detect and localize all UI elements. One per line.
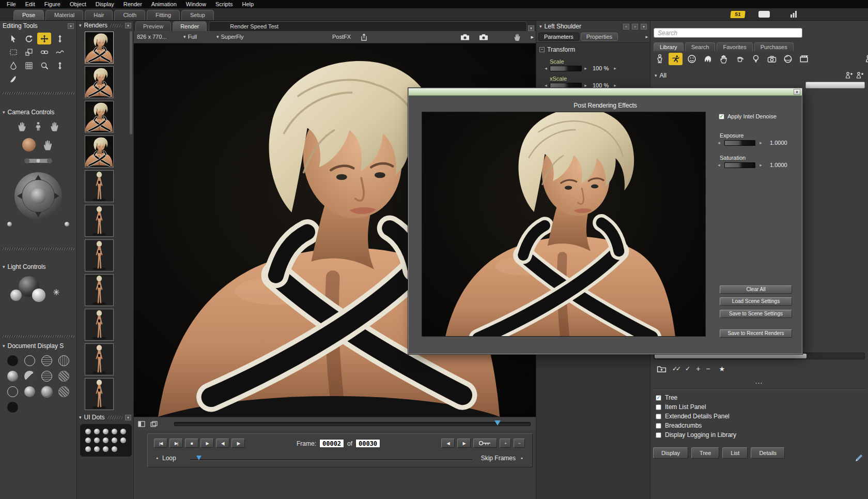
collapse-arrow-icon[interactable]: ▾ <box>3 110 5 115</box>
dial-options-icon[interactable]: ▸ <box>613 66 617 71</box>
ui-dot[interactable] <box>85 437 91 443</box>
step-forward-button[interactable]: |▶ <box>231 438 245 448</box>
chain-break-tool[interactable] <box>37 46 51 58</box>
stop-button[interactable]: ■ <box>185 438 198 448</box>
pointer-tool[interactable] <box>6 33 20 44</box>
render-thumbnail[interactable] <box>85 205 114 237</box>
show-figures-filter-icon[interactable] <box>845 71 853 80</box>
notification-badge[interactable]: 51 <box>730 11 745 18</box>
menu-help[interactable]: Help <box>238 0 259 8</box>
close-icon[interactable]: x <box>794 89 800 95</box>
checkbox[interactable] <box>656 414 661 419</box>
room-tab-cloth[interactable]: Cloth <box>114 10 145 20</box>
menu-display[interactable]: Display <box>91 0 119 8</box>
collapse-viewport[interactable]: ▾ <box>528 25 534 31</box>
option-tree[interactable]: ✓ Tree <box>656 393 865 402</box>
collapse-arrow-icon[interactable]: ▾ <box>655 73 657 78</box>
display-style-hidden-line[interactable] <box>41 355 52 366</box>
dial-options-icon[interactable]: ▸ <box>613 83 617 88</box>
render-camera-icon[interactable] <box>460 34 470 40</box>
apply-all-icon[interactable]: ✓✓ <box>672 365 679 372</box>
materials-category-icon[interactable] <box>781 53 795 65</box>
ui-dot[interactable] <box>103 429 109 434</box>
remove-item-icon[interactable]: − <box>706 365 710 373</box>
dial-slider[interactable] <box>550 66 582 71</box>
cascade-layout-icon[interactable] <box>150 421 158 427</box>
edit-pencil-icon[interactable] <box>855 453 864 462</box>
save-to-recent-renders-button[interactable]: Save to Recent Renders <box>720 329 792 338</box>
option-breadcrumbs[interactable]: Breadcrumbs <box>656 421 865 430</box>
dial-decrement[interactable]: ◂ <box>544 66 548 71</box>
go-to-start-button[interactable]: |◀ <box>154 438 167 448</box>
collapse-editing-tools[interactable]: ▾ <box>68 23 74 29</box>
room-tab-hair[interactable]: Hair <box>85 10 113 20</box>
exposure-decrement[interactable]: ◂ <box>717 140 721 145</box>
scale-tool[interactable] <box>22 46 36 58</box>
dial-slider[interactable] <box>550 83 582 88</box>
light-sphere-small-2[interactable] <box>32 289 45 302</box>
option-item-list-panel[interactable]: Item List Panel <box>656 402 865 412</box>
saturation-decrement[interactable]: ◂ <box>717 162 721 168</box>
library-item-partial[interactable] <box>805 82 865 88</box>
hand-camera-icon[interactable] <box>42 139 54 151</box>
checkbox[interactable]: ✓ <box>656 395 661 401</box>
collapse-arrow-icon[interactable]: ▾ <box>79 415 82 420</box>
render-thumbnail[interactable] <box>85 309 114 341</box>
pane-layout-icon[interactable] <box>138 421 145 427</box>
render-size-dropdown[interactable]: ▾Full <box>183 34 197 40</box>
ui-dots-menu-box[interactable]: ▾ <box>125 415 131 420</box>
display-style-shadow[interactable] <box>7 402 18 413</box>
render-thumbnail[interactable] <box>85 343 114 375</box>
postfx-export-icon[interactable] <box>360 33 368 41</box>
next-key-button[interactable]: ▶ <box>457 438 471 448</box>
display-style-smooth-shaded[interactable] <box>7 386 18 397</box>
add-item-icon[interactable]: + <box>696 365 700 373</box>
favorite-star-icon[interactable]: ★ <box>719 365 725 373</box>
tab-purchases[interactable]: Purchases <box>754 42 794 51</box>
current-frame-input[interactable] <box>319 439 344 448</box>
hands-category-icon[interactable] <box>717 53 731 65</box>
display-style-flat-lined[interactable] <box>41 371 52 382</box>
exposure-slider[interactable] <box>724 140 755 146</box>
room-tab-material[interactable]: Material <box>45 10 83 20</box>
camera-trackball[interactable] <box>14 172 62 220</box>
grouping-tool[interactable] <box>22 59 36 71</box>
figure-camera-icon[interactable] <box>34 122 43 131</box>
display-style-outline[interactable] <box>24 355 35 366</box>
menu-edit[interactable]: Edit <box>21 0 40 8</box>
add-keyframe-button[interactable]: + <box>500 438 511 448</box>
menu-animation[interactable]: Animation <box>147 0 181 8</box>
show-props-filter-icon[interactable] <box>856 71 864 80</box>
save-to-scene-settings-button[interactable]: Save to Scene Settings <box>720 310 792 318</box>
hair-category-icon[interactable] <box>701 53 715 65</box>
library-drawer-handle[interactable]: ... <box>650 379 868 385</box>
library-search-input[interactable] <box>654 28 802 38</box>
color-tool[interactable] <box>6 73 20 85</box>
renders-scrollbar[interactable] <box>130 31 132 134</box>
next-actor-button[interactable]: > <box>632 24 638 29</box>
go-to-end-button[interactable]: ▶| <box>169 438 183 448</box>
render-thumbnail[interactable] <box>85 101 114 133</box>
body-camera-bar-icon[interactable] <box>23 157 54 165</box>
checkbox[interactable] <box>656 432 661 438</box>
list-button[interactable]: List <box>722 447 748 459</box>
renders-menu-box[interactable]: ▾ <box>125 23 131 28</box>
display-style-smooth-lined[interactable] <box>24 386 35 397</box>
render-thumbnail[interactable] <box>85 66 114 98</box>
props-category-icon[interactable] <box>733 53 747 65</box>
light-sphere-small-1[interactable] <box>10 290 22 301</box>
add-folder-icon[interactable] <box>657 365 667 373</box>
display-button[interactable]: Display <box>653 447 688 459</box>
orbit-dot-left[interactable] <box>7 222 12 226</box>
chat-icon[interactable] <box>758 11 770 18</box>
display-style-texture-shaded[interactable] <box>41 386 52 397</box>
left-hand-camera-icon[interactable] <box>16 120 27 132</box>
ui-dot[interactable] <box>112 437 117 443</box>
room-tab-pose[interactable]: Pose <box>13 10 44 20</box>
clear-all-button[interactable]: Clear All <box>720 285 792 294</box>
face-camera-icon[interactable] <box>22 138 36 152</box>
ui-dot[interactable] <box>94 429 100 434</box>
postfx-label[interactable]: PostFX <box>332 34 351 40</box>
dial-increment[interactable]: ▸ <box>583 83 588 88</box>
display-style-flat-shaded[interactable] <box>24 371 35 382</box>
